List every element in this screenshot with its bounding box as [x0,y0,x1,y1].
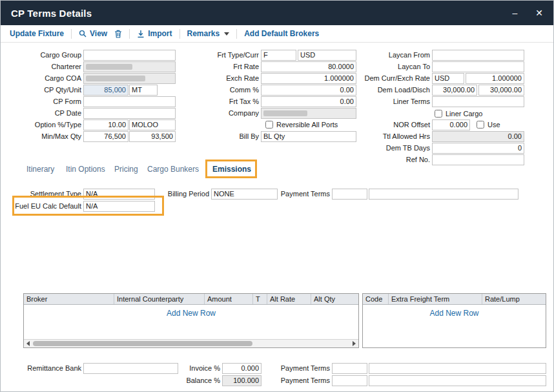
brokers-col-alt-rate: Alt Rate [267,294,311,304]
extra-freight-col-rate-lump: Rate/Lump [482,294,546,304]
tab-itin-options[interactable]: Itin Options [66,165,105,174]
redacted-text [263,110,307,116]
extra-freight-table-header: Code Extra Freight Term Rate/Lump [363,294,546,305]
delete-button[interactable] [114,30,122,38]
extra-freight-table-body: Add New Row [363,305,546,347]
tab-itinerary[interactable]: Itinerary [26,165,54,174]
comm-pct-field[interactable]: 0.00 [261,85,356,96]
cp-terms-details-window: CP Terms Details – ✕ Update Fixture View… [0,0,554,392]
fuel-eu-calc-default-label: Fuel EU Calc Default [10,201,81,212]
cargo-group-field[interactable] [83,50,176,61]
emissions-payment-terms-text-field[interactable] [369,189,518,200]
scroll-right-icon [353,341,356,346]
dem-tb-days-field[interactable]: 0 [432,143,524,154]
payment-terms-2-text-field[interactable] [369,375,546,386]
cargo-coa-label: Cargo COA [17,73,81,84]
brokers-table-header: Broker Internal Counterparty Amount T Al… [24,294,358,305]
scroll-left-button[interactable] [24,340,32,347]
fuel-eu-calc-default-field[interactable]: N/A [83,201,155,212]
nor-offset-use-checkbox[interactable] [477,121,484,129]
scrollbar-thumb[interactable] [33,341,252,346]
frt-tax-pct-label: Frt Tax % [188,96,259,107]
invoice-pct-field[interactable]: 0.000 [222,363,262,374]
add-default-brokers-label: Add Default Brokers [244,29,319,38]
cp-unit-field[interactable]: MT [129,85,158,96]
brokers-table-body: Add New Row [24,305,358,339]
brokers-horizontal-scrollbar[interactable] [24,339,358,347]
dem-load-field[interactable]: 30,000.00 [432,85,477,96]
cargo-coa-field[interactable] [83,73,176,84]
liner-terms-label: Liner Terms [353,96,430,107]
brokers-add-new-row-link[interactable]: Add New Row [24,305,358,318]
ttl-allowed-hrs-field: 0.00 [432,131,524,142]
dem-curr-field[interactable]: USD [432,73,464,84]
cargo-group-label: Cargo Group [17,50,81,61]
frt-curr-field[interactable]: USD [298,50,356,61]
remarks-button[interactable]: Remarks [187,29,230,38]
payment-terms-2-label: Payment Terms [278,375,330,386]
cp-form-field[interactable] [83,96,176,107]
dem-curr-exch-rate-label: Dem Curr/Exch Rate [353,73,430,84]
min-qty-field[interactable]: 76,500 [83,131,128,142]
cp-date-label: CP Date [17,108,81,119]
cp-date-field[interactable] [83,108,176,119]
dem-disch-field[interactable]: 30,000.00 [478,85,524,96]
reversible-all-ports-checkbox[interactable] [265,121,273,129]
comm-pct-label: Comm % [188,85,259,96]
view-label: View [90,29,107,38]
tab-cargo-bunkers[interactable]: Cargo Bunkers [147,165,199,174]
liner-terms-field[interactable] [432,96,524,107]
chevron-down-icon [224,32,229,36]
exch-rate-field[interactable]: 1.000000 [261,73,356,84]
frt-type-field[interactable]: F [261,50,296,61]
window-title: CP Terms Details [11,8,92,19]
nor-offset-label: NOR Offset [353,119,430,130]
payment-terms-2-code-field[interactable] [332,375,367,386]
scroll-right-button[interactable] [350,340,358,347]
liner-cargo-label: Liner Cargo [446,109,482,118]
cp-qty-field[interactable]: 85,000 [83,85,128,96]
company-field[interactable] [261,108,356,119]
bill-by-field[interactable]: BL Qty [261,131,356,142]
view-button[interactable]: View [79,29,107,38]
dem-exch-rate-field[interactable]: 1.000000 [466,73,524,84]
close-button[interactable]: ✕ [535,8,543,17]
max-qty-field[interactable]: 93,500 [129,131,176,142]
laycan-from-label: Laycan From [353,50,430,61]
tab-pricing[interactable]: Pricing [114,165,138,174]
billing-period-label: Billing Period [158,189,209,200]
brokers-col-internal-counterparty: Internal Counterparty [114,294,205,304]
billing-period-field[interactable]: NONE [211,189,278,200]
add-default-brokers-button[interactable]: Add Default Brokers [244,29,319,38]
balance-pct-label: Balance % [175,375,220,386]
brokers-col-broker: Broker [24,294,114,304]
payment-terms-1-code-field[interactable] [332,363,367,374]
settlement-type-field[interactable]: N/A [83,189,155,200]
brokers-col-alt-qty: Alt Qty [311,294,358,304]
tab-emissions[interactable]: Emissions [212,165,251,174]
laycan-from-field[interactable] [432,50,524,61]
option-type-field[interactable]: MOLOO [129,119,176,130]
brokers-col-amount: Amount [205,294,253,304]
extra-freight-add-new-row-link[interactable]: Add New Row [363,305,546,318]
frt-tax-pct-field[interactable]: 0.00 [261,96,356,107]
scroll-left-icon [26,341,30,346]
option-pct-field[interactable]: 10.00 [83,119,128,130]
frt-rate-label: Frt Rate [188,61,259,72]
import-button[interactable]: Import [137,29,172,38]
emissions-payment-terms-code-field[interactable] [332,189,367,200]
frt-rate-field[interactable]: 80.0000 [261,61,356,72]
nor-offset-field[interactable]: 0.000 [432,119,470,130]
liner-cargo-checkbox[interactable] [435,110,442,118]
laycan-to-field[interactable] [432,61,524,72]
toolbar-divider [71,29,72,39]
titlebar: CP Terms Details – ✕ [1,1,553,25]
charterer-field[interactable] [83,61,176,72]
update-fixture-button[interactable]: Update Fixture [10,29,64,38]
payment-terms-1-text-field[interactable] [369,363,546,374]
redacted-text [86,76,145,81]
toolbar-divider [236,29,237,39]
ref-no-field[interactable] [432,154,524,165]
minimize-button[interactable]: – [512,8,517,17]
remittance-bank-field[interactable] [83,363,178,374]
